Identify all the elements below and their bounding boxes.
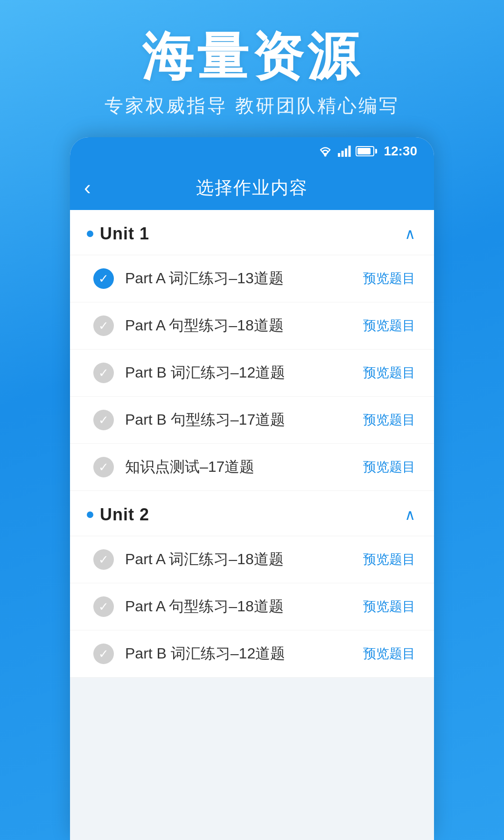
unit-header-left: Unit 1: [87, 224, 149, 244]
preview-link[interactable]: 预览题目: [363, 364, 415, 382]
exercise-item-unit1-3[interactable]: ✓ Part B 句型练习–17道题 预览题目: [70, 397, 434, 444]
check-mark: ✓: [98, 553, 109, 566]
preview-link[interactable]: 预览题目: [363, 598, 415, 616]
check-mark: ✓: [98, 320, 109, 332]
check-icon[interactable]: ✓: [93, 457, 114, 477]
exercise-item-unit1-1[interactable]: ✓ Part A 句型练习–18道题 预览题目: [70, 302, 434, 350]
signal-icon: [338, 146, 351, 157]
unit-label: Unit 1: [100, 224, 149, 244]
battery-fill: [357, 148, 370, 154]
exercise-item-unit1-4[interactable]: ✓ 知识点测试–17道题 预览题目: [70, 444, 434, 491]
hero-subtitle: 专家权威指导 教研团队精心编写: [105, 93, 399, 119]
hero-section: 海量资源 专家权威指导 教研团队精心编写: [0, 0, 504, 137]
check-mark: ✓: [98, 367, 109, 379]
unit-header-left: Unit 2: [87, 505, 149, 525]
check-mark: ✓: [98, 461, 109, 473]
unit-label: Unit 2: [100, 505, 149, 525]
check-mark: ✓: [98, 273, 109, 285]
phone-shell: 12:30 ‹ 选择作业内容 Unit 1 ∧ ✓ Part A 词汇练习–13…: [70, 137, 434, 840]
exercise-name: 知识点测试–17道题: [125, 457, 352, 477]
unit-chevron-unit2[interactable]: ∧: [405, 506, 415, 524]
exercise-item-unit2-1[interactable]: ✓ Part A 句型练习–18道题 预览题目: [70, 583, 434, 630]
preview-link[interactable]: 预览题目: [363, 551, 415, 568]
unit-dot: [87, 511, 93, 518]
check-mark: ✓: [98, 648, 109, 660]
exercise-name: Part A 句型练习–18道题: [125, 315, 352, 336]
exercise-name: Part A 词汇练习–13道题: [125, 268, 352, 289]
svg-rect-2: [342, 151, 344, 157]
header-title: 选择作业内容: [196, 176, 308, 200]
preview-link[interactable]: 预览题目: [363, 645, 415, 663]
check-mark: ✓: [98, 414, 109, 426]
back-button[interactable]: ‹: [84, 177, 91, 198]
check-icon[interactable]: ✓: [93, 644, 114, 664]
unit-header-unit1[interactable]: Unit 1 ∧: [70, 210, 434, 255]
exercise-name: Part A 句型练习–18道题: [125, 596, 352, 617]
svg-rect-4: [349, 146, 351, 157]
unit-dot: [87, 231, 93, 237]
exercise-item-unit1-2[interactable]: ✓ Part B 词汇练习–12道题 预览题目: [70, 350, 434, 397]
check-icon[interactable]: ✓: [93, 363, 114, 383]
check-mark: ✓: [98, 601, 109, 613]
unit-chevron-unit1[interactable]: ∧: [405, 225, 415, 243]
exercise-name: Part B 词汇练习–12道题: [125, 644, 352, 664]
exercise-item-unit2-0[interactable]: ✓ Part A 词汇练习–18道题 预览题目: [70, 536, 434, 583]
battery-icon: [356, 146, 374, 156]
check-icon[interactable]: ✓: [93, 549, 114, 570]
preview-link[interactable]: 预览题目: [363, 270, 415, 287]
status-time: 12:30: [384, 144, 417, 159]
exercise-item-unit1-0[interactable]: ✓ Part A 词汇练习–13道题 预览题目: [70, 255, 434, 302]
check-icon[interactable]: ✓: [93, 315, 114, 336]
content-area: Unit 1 ∧ ✓ Part A 词汇练习–13道题 预览题目 ✓ Part …: [70, 210, 434, 678]
preview-link[interactable]: 预览题目: [363, 411, 415, 429]
check-icon[interactable]: ✓: [93, 596, 114, 617]
exercise-item-unit2-2[interactable]: ✓ Part B 词汇练习–12道题 预览题目: [70, 630, 434, 678]
svg-rect-1: [338, 153, 340, 157]
exercise-name: Part B 句型练习–17道题: [125, 410, 352, 430]
status-bar: 12:30: [70, 137, 434, 165]
preview-link[interactable]: 预览题目: [363, 317, 415, 335]
check-icon[interactable]: ✓: [93, 410, 114, 430]
svg-point-0: [324, 154, 327, 157]
status-icons: [317, 145, 374, 157]
app-header: ‹ 选择作业内容: [70, 165, 434, 210]
svg-rect-3: [345, 148, 347, 157]
exercise-name: Part A 词汇练习–18道题: [125, 549, 352, 570]
exercise-name: Part B 词汇练习–12道题: [125, 363, 352, 383]
check-icon[interactable]: ✓: [93, 268, 114, 289]
wifi-icon: [317, 145, 333, 157]
preview-link[interactable]: 预览题目: [363, 458, 415, 476]
unit-header-unit2[interactable]: Unit 2 ∧: [70, 491, 434, 536]
hero-title: 海量资源: [142, 28, 362, 84]
